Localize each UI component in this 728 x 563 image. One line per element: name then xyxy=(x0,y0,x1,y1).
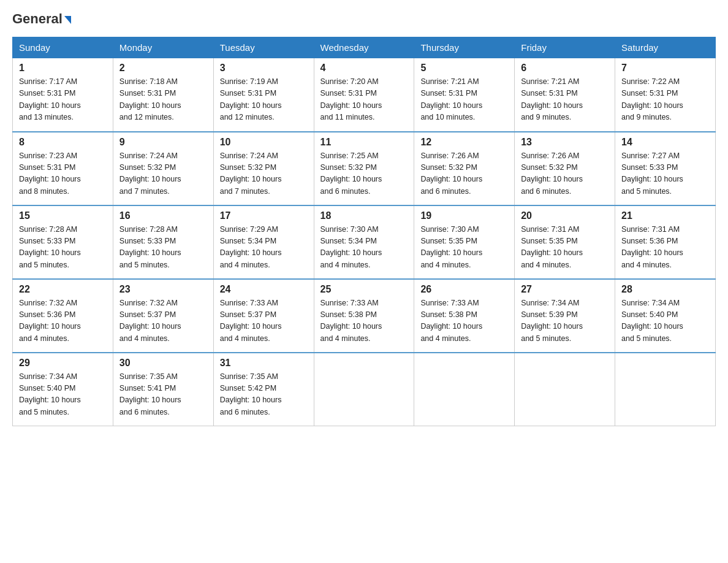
calendar-table: SundayMondayTuesdayWednesdayThursdayFrid… xyxy=(12,37,716,426)
calendar-cell: 8Sunrise: 7:23 AMSunset: 5:31 PMDaylight… xyxy=(13,132,113,205)
calendar-cell: 14Sunrise: 7:27 AMSunset: 5:33 PMDayligh… xyxy=(615,132,716,205)
weekday-header-sunday: Sunday xyxy=(13,37,113,58)
calendar-cell: 3Sunrise: 7:19 AMSunset: 5:31 PMDaylight… xyxy=(213,58,314,132)
calendar-cell xyxy=(314,353,414,426)
day-number: 25 xyxy=(320,284,408,295)
day-number: 14 xyxy=(621,137,709,148)
day-info: Sunrise: 7:23 AMSunset: 5:31 PMDaylight:… xyxy=(19,150,107,198)
weekday-header-friday: Friday xyxy=(515,37,615,58)
day-number: 12 xyxy=(420,137,508,148)
calendar-week-row: 8Sunrise: 7:23 AMSunset: 5:31 PMDaylight… xyxy=(13,132,716,205)
day-number: 6 xyxy=(521,63,609,74)
day-number: 4 xyxy=(320,63,408,74)
day-number: 28 xyxy=(621,284,709,295)
day-number: 23 xyxy=(119,284,207,295)
day-number: 15 xyxy=(19,210,107,221)
day-info: Sunrise: 7:22 AMSunset: 5:31 PMDaylight:… xyxy=(621,76,709,124)
day-info: Sunrise: 7:31 AMSunset: 5:35 PMDaylight:… xyxy=(521,224,609,272)
calendar-cell: 26Sunrise: 7:33 AMSunset: 5:38 PMDayligh… xyxy=(414,279,515,353)
day-info: Sunrise: 7:18 AMSunset: 5:31 PMDaylight:… xyxy=(119,76,207,124)
day-number: 2 xyxy=(119,63,207,74)
day-info: Sunrise: 7:26 AMSunset: 5:32 PMDaylight:… xyxy=(521,150,609,198)
calendar-cell: 11Sunrise: 7:25 AMSunset: 5:32 PMDayligh… xyxy=(314,132,414,205)
day-number: 29 xyxy=(19,358,107,369)
calendar-cell: 29Sunrise: 7:34 AMSunset: 5:40 PMDayligh… xyxy=(13,353,113,426)
day-info: Sunrise: 7:32 AMSunset: 5:37 PMDaylight:… xyxy=(119,297,207,345)
calendar-cell: 12Sunrise: 7:26 AMSunset: 5:32 PMDayligh… xyxy=(414,132,515,205)
calendar-cell: 21Sunrise: 7:31 AMSunset: 5:36 PMDayligh… xyxy=(615,205,716,279)
calendar-cell: 19Sunrise: 7:30 AMSunset: 5:35 PMDayligh… xyxy=(414,205,515,279)
calendar-cell: 20Sunrise: 7:31 AMSunset: 5:35 PMDayligh… xyxy=(515,205,615,279)
day-number: 24 xyxy=(220,284,308,295)
day-info: Sunrise: 7:32 AMSunset: 5:36 PMDaylight:… xyxy=(19,297,107,345)
calendar-cell: 16Sunrise: 7:28 AMSunset: 5:33 PMDayligh… xyxy=(113,205,213,279)
day-info: Sunrise: 7:26 AMSunset: 5:32 PMDaylight:… xyxy=(420,150,508,198)
day-number: 7 xyxy=(621,63,709,74)
calendar-cell: 18Sunrise: 7:30 AMSunset: 5:34 PMDayligh… xyxy=(314,205,414,279)
calendar-cell: 25Sunrise: 7:33 AMSunset: 5:38 PMDayligh… xyxy=(314,279,414,353)
day-info: Sunrise: 7:25 AMSunset: 5:32 PMDaylight:… xyxy=(320,150,408,198)
weekday-header-tuesday: Tuesday xyxy=(213,37,314,58)
day-info: Sunrise: 7:33 AMSunset: 5:38 PMDaylight:… xyxy=(320,297,408,345)
weekday-header-thursday: Thursday xyxy=(414,37,515,58)
day-info: Sunrise: 7:34 AMSunset: 5:40 PMDaylight:… xyxy=(19,371,107,419)
day-info: Sunrise: 7:29 AMSunset: 5:34 PMDaylight:… xyxy=(220,224,308,272)
calendar-cell: 2Sunrise: 7:18 AMSunset: 5:31 PMDaylight… xyxy=(113,58,213,132)
calendar-cell: 10Sunrise: 7:24 AMSunset: 5:32 PMDayligh… xyxy=(213,132,314,205)
day-number: 18 xyxy=(320,210,408,221)
calendar-cell: 13Sunrise: 7:26 AMSunset: 5:32 PMDayligh… xyxy=(515,132,615,205)
day-info: Sunrise: 7:34 AMSunset: 5:39 PMDaylight:… xyxy=(521,297,609,345)
day-number: 30 xyxy=(119,358,207,369)
weekday-header-saturday: Saturday xyxy=(615,37,716,58)
day-info: Sunrise: 7:24 AMSunset: 5:32 PMDaylight:… xyxy=(119,150,207,198)
calendar-cell: 4Sunrise: 7:20 AMSunset: 5:31 PMDaylight… xyxy=(314,58,414,132)
day-info: Sunrise: 7:24 AMSunset: 5:32 PMDaylight:… xyxy=(220,150,308,198)
calendar-cell: 22Sunrise: 7:32 AMSunset: 5:36 PMDayligh… xyxy=(13,279,113,353)
day-info: Sunrise: 7:35 AMSunset: 5:41 PMDaylight:… xyxy=(119,371,207,419)
day-info: Sunrise: 7:19 AMSunset: 5:31 PMDaylight:… xyxy=(220,76,308,124)
calendar-cell: 30Sunrise: 7:35 AMSunset: 5:41 PMDayligh… xyxy=(113,353,213,426)
day-info: Sunrise: 7:34 AMSunset: 5:40 PMDaylight:… xyxy=(621,297,709,345)
day-info: Sunrise: 7:30 AMSunset: 5:34 PMDaylight:… xyxy=(320,224,408,272)
day-number: 13 xyxy=(521,137,609,148)
day-number: 16 xyxy=(119,210,207,221)
calendar-cell xyxy=(515,353,615,426)
weekday-header-row: SundayMondayTuesdayWednesdayThursdayFrid… xyxy=(13,37,716,58)
day-info: Sunrise: 7:33 AMSunset: 5:37 PMDaylight:… xyxy=(220,297,308,345)
calendar-week-row: 22Sunrise: 7:32 AMSunset: 5:36 PMDayligh… xyxy=(13,279,716,353)
calendar-cell: 6Sunrise: 7:21 AMSunset: 5:31 PMDaylight… xyxy=(515,58,615,132)
day-number: 26 xyxy=(420,284,508,295)
day-number: 31 xyxy=(220,358,308,369)
day-info: Sunrise: 7:33 AMSunset: 5:38 PMDaylight:… xyxy=(420,297,508,345)
day-info: Sunrise: 7:21 AMSunset: 5:31 PMDaylight:… xyxy=(521,76,609,124)
page-header: General xyxy=(12,12,716,26)
calendar-cell: 1Sunrise: 7:17 AMSunset: 5:31 PMDaylight… xyxy=(13,58,113,132)
calendar-cell: 5Sunrise: 7:21 AMSunset: 5:31 PMDaylight… xyxy=(414,58,515,132)
day-number: 19 xyxy=(420,210,508,221)
day-info: Sunrise: 7:28 AMSunset: 5:33 PMDaylight:… xyxy=(119,224,207,272)
day-number: 27 xyxy=(521,284,609,295)
logo-text: General xyxy=(12,12,71,26)
day-info: Sunrise: 7:17 AMSunset: 5:31 PMDaylight:… xyxy=(19,76,107,124)
day-info: Sunrise: 7:28 AMSunset: 5:33 PMDaylight:… xyxy=(19,224,107,272)
day-number: 1 xyxy=(19,63,107,74)
day-number: 10 xyxy=(220,137,308,148)
calendar-cell xyxy=(615,353,716,426)
calendar-cell: 24Sunrise: 7:33 AMSunset: 5:37 PMDayligh… xyxy=(213,279,314,353)
day-number: 11 xyxy=(320,137,408,148)
day-info: Sunrise: 7:20 AMSunset: 5:31 PMDaylight:… xyxy=(320,76,408,124)
day-number: 21 xyxy=(621,210,709,221)
day-number: 3 xyxy=(220,63,308,74)
calendar-cell: 23Sunrise: 7:32 AMSunset: 5:37 PMDayligh… xyxy=(113,279,213,353)
day-info: Sunrise: 7:31 AMSunset: 5:36 PMDaylight:… xyxy=(621,224,709,272)
calendar-cell: 28Sunrise: 7:34 AMSunset: 5:40 PMDayligh… xyxy=(615,279,716,353)
weekday-header-wednesday: Wednesday xyxy=(314,37,414,58)
calendar-cell: 27Sunrise: 7:34 AMSunset: 5:39 PMDayligh… xyxy=(515,279,615,353)
calendar-cell: 15Sunrise: 7:28 AMSunset: 5:33 PMDayligh… xyxy=(13,205,113,279)
weekday-header-monday: Monday xyxy=(113,37,213,58)
day-info: Sunrise: 7:35 AMSunset: 5:42 PMDaylight:… xyxy=(220,371,308,419)
day-info: Sunrise: 7:21 AMSunset: 5:31 PMDaylight:… xyxy=(420,76,508,124)
calendar-cell: 9Sunrise: 7:24 AMSunset: 5:32 PMDaylight… xyxy=(113,132,213,205)
day-number: 8 xyxy=(19,137,107,148)
day-number: 5 xyxy=(420,63,508,74)
